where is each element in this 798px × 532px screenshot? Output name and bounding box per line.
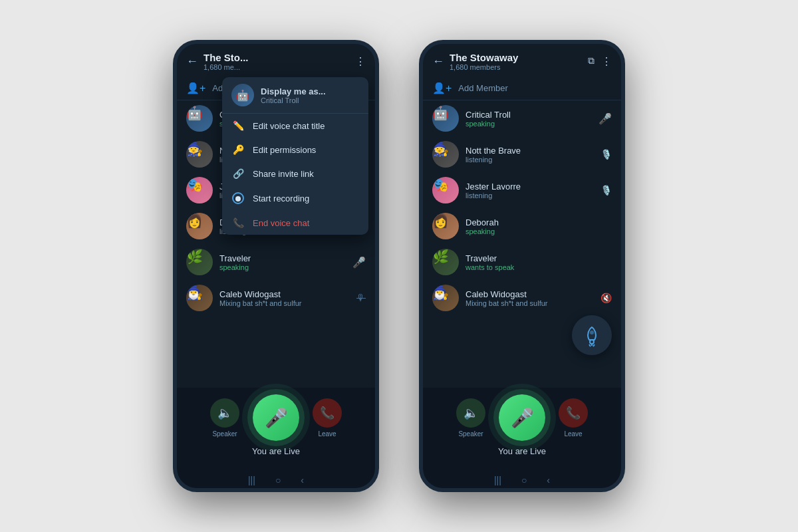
member-name: Caleb Widogast (219, 289, 350, 299)
leave-button[interactable]: 📞 Leave (313, 398, 342, 438)
leave-button[interactable]: 📞 Leave (559, 398, 588, 438)
channel-info: The Stowaway 1,680 members (450, 52, 583, 71)
member-count: 1,680 me... (203, 63, 350, 71)
speaker-button[interactable]: 🔈 Speaker (210, 398, 239, 438)
share-invite-label: Share invite link (253, 169, 314, 179)
avatar: 🌿 (432, 249, 459, 275)
mic-active-icon: 🎤 (352, 256, 366, 269)
member-info: Critical Troll speaking (466, 110, 592, 128)
edit-permissions-item[interactable]: 🔑 Edit permissions (222, 138, 368, 162)
edit-permissions-label: Edit permissions (253, 145, 316, 155)
member-status: listening (466, 192, 594, 200)
end-chat-icon: 📞 (231, 217, 245, 228)
back-button[interactable]: ← (432, 55, 444, 68)
start-recording-item[interactable]: Start recording (222, 186, 368, 211)
mic-main-button[interactable]: 🎤 (499, 394, 545, 441)
member-status: speaking (466, 120, 592, 128)
member-info: Deborah speaking (466, 217, 612, 235)
header-actions: ⧉ ⋮ (588, 55, 612, 68)
member-info: Jester Lavorre listening (466, 182, 594, 200)
edit-permissions-icon: 🔑 (231, 144, 245, 155)
edit-title-label: Edit voice chat title (253, 121, 325, 131)
speaker-label: Speaker (212, 430, 237, 438)
add-member-row[interactable]: 👤+ Add Member (423, 76, 621, 100)
leave-label: Leave (564, 430, 582, 438)
header-actions: ⋮ (355, 55, 366, 68)
list-item[interactable]: 🌿 Traveler wants to speak (423, 244, 621, 280)
channel-title: The Stowaway (450, 52, 583, 63)
back-button[interactable]: ← (186, 55, 198, 68)
phone-1: ← The Sto... 1,680 me... ⋮ 👤+ Add Me... … (173, 40, 379, 492)
member-name: Traveler (219, 253, 346, 263)
member-name: Critical Troll (466, 110, 592, 120)
avatar: 🎭 (186, 177, 213, 203)
add-member-icon: 👤+ (432, 82, 452, 94)
hand-raise-bubble[interactable] (572, 315, 612, 355)
nav-home[interactable]: ○ (521, 475, 527, 485)
member-name: Caleb Widogast (466, 289, 594, 299)
avatar: 🧙 (186, 141, 213, 168)
speaker-label: Speaker (458, 430, 483, 438)
dropdown-avatar: 🤖 (231, 84, 254, 106)
svg-point-4 (590, 331, 594, 334)
leave-label: Leave (318, 430, 336, 438)
list-item[interactable]: 🧙‍♂️ Caleb Widogast Mixing bat sh*t and … (423, 280, 621, 316)
channel-title: The Sto... (203, 52, 350, 63)
member-info: Traveler wants to speak (466, 253, 612, 271)
avatar: 👩 (186, 213, 213, 239)
member-status: speaking (219, 263, 346, 271)
nav-recent[interactable]: ||| (248, 475, 255, 485)
mic-muted-icon: 🔇 (600, 293, 612, 303)
list-item[interactable]: 🎭 Jester Lavorre listening 🎙️ (423, 172, 621, 208)
edit-title-item[interactable]: ✏️ Edit voice chat title (222, 114, 368, 138)
edit-title-icon: ✏️ (231, 120, 245, 131)
svg-line-2 (589, 344, 591, 346)
add-member-label: Add Member (458, 83, 507, 93)
avatar: 🧙 (432, 141, 459, 168)
list-item[interactable]: 👩 Deborah speaking (423, 208, 621, 244)
nav-back[interactable]: ‹ (547, 475, 550, 485)
end-chat-label: End voice chat (253, 218, 309, 228)
member-status: Mixing bat sh*t and sulfur (466, 299, 594, 307)
list-item[interactable]: 🤖 Critical Troll speaking 🎤 (423, 100, 621, 136)
channel-info: The Sto... 1,680 me... (203, 52, 350, 71)
avatar: 🧙‍♂️ (432, 285, 459, 311)
nav-recent[interactable]: ||| (494, 475, 501, 485)
dropdown-subtitle: Critical Troll (261, 96, 359, 104)
more-icon[interactable]: ⋮ (601, 55, 612, 68)
more-icon[interactable]: ⋮ (355, 55, 366, 68)
member-name: Nott the Brave (466, 146, 594, 156)
member-info: Nott the Brave listening (466, 146, 594, 164)
mic-main-button[interactable]: 🎤 (253, 394, 299, 441)
screen-share-icon[interactable]: ⧉ (588, 55, 595, 68)
nav-back[interactable]: ‹ (301, 475, 304, 485)
nav-bar: ||| ○ ‹ (423, 469, 621, 488)
member-status: Mixing bat sh*t and sulfur (219, 299, 350, 307)
nav-home[interactable]: ○ (275, 475, 281, 485)
dropdown-header: 🤖 Display me as... Critical Troll (222, 77, 368, 114)
context-menu: 🤖 Display me as... Critical Troll ✏️ Edi… (222, 77, 368, 235)
phone1-header: ← The Sto... 1,680 me... ⋮ (177, 44, 375, 76)
share-invite-item[interactable]: 🔗 Share invite link (222, 162, 368, 186)
member-count: 1,680 members (450, 63, 583, 71)
speaker-button[interactable]: 🔈 Speaker (456, 398, 485, 438)
list-item[interactable]: 🧙‍♂️ Caleb Widogast Mixing bat sh*t and … (177, 280, 375, 316)
mic-active-icon: 🎤 (598, 112, 612, 125)
member-name: Traveler (466, 253, 612, 263)
avatar: 🎭 (432, 177, 459, 203)
live-status: You are Live (252, 446, 300, 456)
live-status: You are Live (498, 446, 546, 456)
mic-icon: 🎙️ (600, 149, 612, 160)
avatar: 👩 (432, 213, 459, 239)
share-invite-icon: 🔗 (231, 168, 245, 179)
phone-2: ← The Stowaway 1,680 members ⧉ ⋮ 👤+ Add … (419, 40, 625, 492)
member-status: wants to speak (466, 263, 612, 271)
avatar: 🧙‍♂️ (186, 285, 213, 311)
end-voice-chat-item[interactable]: 📞 End voice chat (222, 211, 368, 235)
list-item[interactable]: 🧙 Nott the Brave listening 🎙️ (423, 136, 621, 172)
list-item[interactable]: 🌿 Traveler speaking 🎤 (177, 244, 375, 280)
dropdown-header-text: Display me as... Critical Troll (261, 86, 359, 104)
avatar: 🤖 (432, 105, 459, 132)
avatar: 🌿 (186, 249, 213, 275)
mic-icon: 🎙️ (600, 185, 612, 196)
